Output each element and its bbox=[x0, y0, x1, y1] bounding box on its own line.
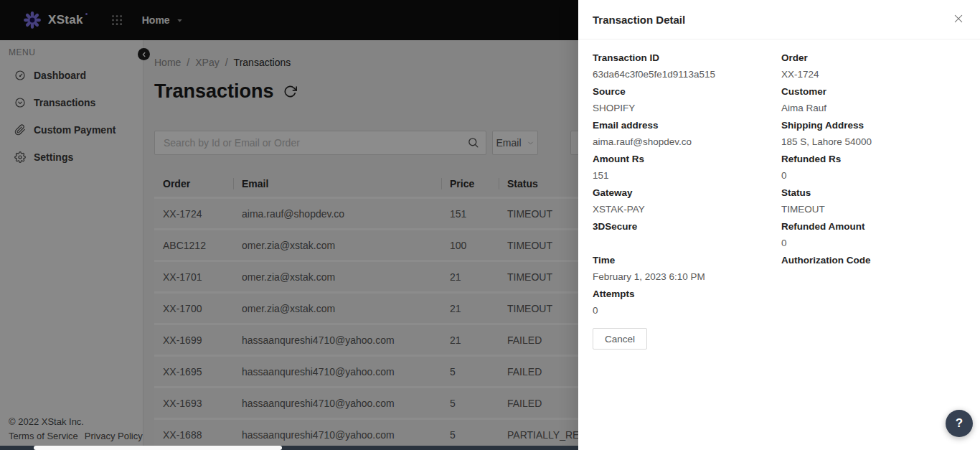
detail-field: Shipping Address185 S, Lahore 54000 bbox=[781, 118, 966, 149]
field-label: Refunded Rs bbox=[781, 152, 966, 167]
field-value: 0 bbox=[781, 169, 966, 183]
field-label: Gateway bbox=[593, 186, 781, 200]
field-label: Source bbox=[593, 85, 781, 99]
field-label: Amount Rs bbox=[593, 152, 781, 167]
field-value: XX-1724 bbox=[781, 67, 966, 82]
field-label: Attempts bbox=[593, 287, 781, 301]
detail-field: 3DSecure bbox=[593, 220, 781, 250]
field-value: February 1, 2023 6:10 PM bbox=[593, 270, 781, 284]
field-value: SHOPIFY bbox=[593, 101, 781, 116]
field-value bbox=[593, 236, 781, 250]
drawer-fields: Transaction ID63da64c3f0e5fe1d9113a515Or… bbox=[593, 51, 966, 321]
detail-field: StatusTIMEOUT bbox=[781, 186, 966, 217]
cancel-button[interactable]: Cancel bbox=[593, 328, 647, 350]
help-button[interactable]: ? bbox=[946, 410, 973, 437]
field-value: XSTAK-PAY bbox=[593, 202, 781, 217]
field-label: Shipping Address bbox=[781, 118, 966, 133]
detail-field: Refunded Amount0 bbox=[781, 220, 966, 250]
field-value: 0 bbox=[593, 304, 781, 318]
detail-field: GatewayXSTAK-PAY bbox=[593, 186, 781, 217]
field-value: 63da64c3f0e5fe1d9113a515 bbox=[593, 67, 781, 82]
drawer-close-button[interactable] bbox=[951, 11, 966, 26]
field-value bbox=[781, 270, 966, 284]
field-value: TIMEOUT bbox=[781, 202, 966, 217]
drawer-title: Transaction Detail bbox=[593, 14, 685, 26]
detail-field: SourceSHOPIFY bbox=[593, 85, 781, 116]
app-root: XStak Home MENU DashboardTransactionsCus… bbox=[0, 0, 980, 450]
field-value: 185 S, Lahore 54000 bbox=[781, 135, 966, 149]
drawer-mask[interactable] bbox=[0, 0, 578, 450]
horizontal-scrollbar bbox=[0, 446, 578, 450]
horizontal-scrollbar-thumb[interactable] bbox=[34, 446, 282, 450]
detail-field: Email addressaima.rauf@shopdev.co bbox=[593, 118, 781, 149]
field-label: Refunded Amount bbox=[781, 220, 966, 234]
detail-field: OrderXX-1724 bbox=[781, 51, 966, 82]
field-value: 151 bbox=[593, 169, 781, 183]
detail-field: Transaction ID63da64c3f0e5fe1d9113a515 bbox=[593, 51, 781, 82]
detail-field: Refunded Rs0 bbox=[781, 152, 966, 183]
field-label: Customer bbox=[781, 85, 966, 99]
drawer-header: Transaction Detail bbox=[578, 0, 980, 39]
detail-field: Attempts0 bbox=[593, 287, 781, 318]
field-value: Aima Rauf bbox=[781, 101, 966, 116]
field-label: Email address bbox=[593, 118, 781, 133]
transaction-detail-drawer: Transaction Detail Transaction ID63da64c… bbox=[578, 0, 980, 450]
field-label: 3DSecure bbox=[593, 220, 781, 234]
detail-field: TimeFebruary 1, 2023 6:10 PM bbox=[593, 253, 781, 284]
field-label: Transaction ID bbox=[593, 51, 781, 65]
field-label: Time bbox=[593, 253, 781, 268]
question-mark-icon: ? bbox=[956, 416, 963, 431]
close-icon bbox=[953, 13, 964, 24]
detail-field: CustomerAima Rauf bbox=[781, 85, 966, 116]
field-value: 0 bbox=[781, 236, 966, 250]
detail-field: Authorization Code bbox=[781, 253, 966, 284]
field-label: Authorization Code bbox=[781, 253, 966, 268]
field-label: Status bbox=[781, 186, 966, 200]
field-value: aima.rauf@shopdev.co bbox=[593, 135, 781, 149]
detail-field: Amount Rs151 bbox=[593, 152, 781, 183]
drawer-body: Transaction ID63da64c3f0e5fe1d9113a515Or… bbox=[578, 39, 980, 361]
field-label: Order bbox=[781, 51, 966, 65]
